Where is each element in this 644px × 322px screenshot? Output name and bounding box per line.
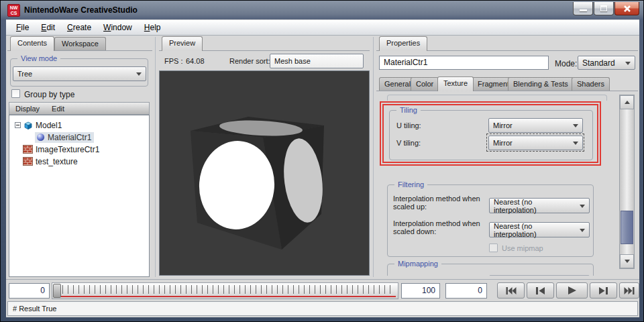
close-button[interactable] <box>614 2 639 15</box>
collapse-icon[interactable] <box>15 122 21 128</box>
maximize-button[interactable] <box>594 2 614 15</box>
tree-item-materialctr1[interactable]: MaterialCtr1 <box>35 131 94 143</box>
cube-3d-icon <box>23 121 33 130</box>
scaled-up-select[interactable]: Nearest (no interpolation) <box>489 198 590 213</box>
u-tiling-value: Mirror <box>493 121 513 129</box>
use-mipmap-checkbox[interactable] <box>489 244 498 252</box>
render-sort-value: Mesh base <box>274 57 311 65</box>
subtab-line <box>376 91 638 91</box>
u-tiling-label: U tiling: <box>396 121 421 129</box>
menu-help[interactable]: Help <box>138 21 167 34</box>
fps-label: FPS : <box>164 57 183 65</box>
arrow-down-icon <box>625 260 630 263</box>
go-to-end-button[interactable] <box>619 282 639 299</box>
scaled-down-label: Interpolation method when scaled down: <box>393 219 488 235</box>
tab-contents[interactable]: Contents <box>10 36 54 51</box>
scaled-up-label: Interpolation method when scaled up: <box>393 195 488 211</box>
slider-thumb[interactable] <box>53 284 61 298</box>
menu-bar: File Edit Create Window Help <box>6 20 639 36</box>
timeline-divider <box>6 279 639 280</box>
slider-range-line <box>58 296 396 297</box>
tiling-group: Tiling U tiling: Mirror V tiling: Mirror <box>389 110 593 160</box>
logo-line-2: CS <box>8 11 19 16</box>
menu-create[interactable]: Create <box>61 21 97 34</box>
tree-item-imagetexturectr1[interactable]: ImageTextureCtr1 <box>23 144 99 155</box>
app-logo-icon: NW CS <box>7 4 20 17</box>
go-to-end-icon <box>624 287 635 294</box>
scroll-down-button[interactable] <box>620 254 634 268</box>
view-mode-value: Tree <box>17 70 32 78</box>
scaled-down-select[interactable]: Nearest (no interpolation) <box>489 222 590 237</box>
u-tiling-select[interactable]: Mirror <box>488 118 583 133</box>
mode-value: Standard <box>582 58 615 68</box>
end-frame-field[interactable]: 100 <box>401 283 440 299</box>
window-title: NintendoWare CreativeStudio <box>24 5 138 15</box>
minimize-icon <box>580 9 587 11</box>
go-to-start-icon <box>506 287 517 294</box>
render-sort-label: Render sort: <box>229 57 270 65</box>
chevron-down-icon <box>625 62 631 65</box>
step-forward-button[interactable] <box>590 282 617 299</box>
chevron-down-icon <box>136 72 142 76</box>
chevron-down-icon <box>573 124 578 127</box>
fps-value: 64.08 <box>186 57 205 65</box>
tab-workspace[interactable]: Workspace <box>54 37 106 51</box>
group-by-type-checkbox[interactable] <box>11 89 20 98</box>
v-tiling-select[interactable]: Mirror <box>488 136 583 150</box>
group-by-type-label: Group by type <box>24 90 74 99</box>
minimize-button[interactable] <box>573 2 593 15</box>
tree-item-label: ImageTextureCtr1 <box>36 145 99 154</box>
toolbar-display-menu[interactable]: Display <box>9 104 46 113</box>
tree-item-test-texture[interactable]: test_texture <box>23 156 78 167</box>
current-frame-field[interactable]: 0 <box>445 283 487 299</box>
tiling-title: Tiling <box>396 105 421 115</box>
texture-tab-content: Tiling U tiling: Mirror V tiling: Mirror <box>376 91 618 276</box>
play-button[interactable] <box>556 282 588 299</box>
sphere-icon <box>36 133 45 142</box>
tiling-highlight-box: Tiling U tiling: Mirror V tiling: Mirror <box>380 101 601 166</box>
preview-viewport[interactable] <box>159 70 370 276</box>
chevron-down-icon <box>580 229 585 232</box>
mode-select[interactable]: Standard <box>578 56 635 70</box>
v-tiling-value: Mirror <box>493 139 513 147</box>
menu-edit[interactable]: Edit <box>35 21 61 34</box>
filtering-title: Filtering <box>394 180 427 189</box>
interpolation-type-value: Nearest (no interpolation) <box>494 275 577 276</box>
frame-slider[interactable] <box>52 282 398 299</box>
maximize-icon <box>600 5 607 11</box>
render-sort-select[interactable]: Mesh base <box>270 54 364 68</box>
go-to-start-button[interactable] <box>497 282 525 299</box>
tiling-highlight-inner: Tiling U tiling: Mirror V tiling: Mirror <box>382 104 598 163</box>
chevron-down-icon <box>573 142 578 145</box>
step-backward-icon <box>535 287 545 294</box>
right-splitter[interactable] <box>373 37 374 277</box>
left-splitter[interactable] <box>155 37 156 277</box>
view-mode-label: View mode <box>17 54 60 63</box>
play-icon <box>568 286 577 294</box>
interpolation-type-select[interactable]: Nearest (no interpolation) <box>489 275 590 276</box>
tab-preview[interactable]: Preview <box>162 36 203 51</box>
title-bar[interactable]: NW CS NintendoWare CreativeStudio <box>1 1 643 19</box>
scrollbar-thumb[interactable] <box>621 211 633 244</box>
app-window: NW CS NintendoWare CreativeStudio File E… <box>0 0 644 322</box>
properties-scrollbar[interactable] <box>619 95 635 269</box>
selected-row-highlight: MaterialCtr1 <box>35 132 94 143</box>
toolbar-edit-menu[interactable]: Edit <box>46 104 70 113</box>
step-forward-icon <box>598 287 608 294</box>
tab-blending-tests[interactable]: Blending & Tests <box>508 77 574 91</box>
tree-item-model1[interactable]: Model1 <box>15 119 62 131</box>
scroll-up-button[interactable] <box>620 95 634 109</box>
material-name-input[interactable] <box>379 56 549 70</box>
view-mode-select[interactable]: Tree <box>13 66 146 81</box>
menu-window[interactable]: Window <box>97 21 138 34</box>
preview-3d-cube <box>160 71 369 275</box>
menu-file[interactable]: File <box>10 21 35 34</box>
tab-properties[interactable]: Properties <box>379 36 427 51</box>
close-icon <box>623 5 631 13</box>
tab-texture[interactable]: Texture <box>437 76 474 91</box>
tab-shaders[interactable]: Shaders <box>572 77 610 91</box>
tab-color[interactable]: Color <box>411 77 439 91</box>
step-backward-button[interactable] <box>527 282 554 299</box>
start-frame-field[interactable]: 0 <box>9 283 50 299</box>
client-area: File Edit Create Window Help Contents Wo… <box>6 19 639 317</box>
